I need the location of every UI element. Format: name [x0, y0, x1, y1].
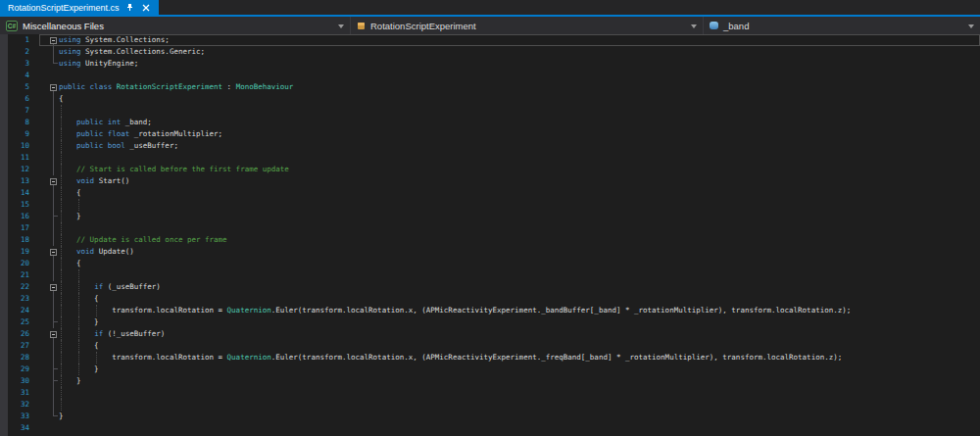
code-editor[interactable]: 1using System.Collections;2using System.… — [0, 34, 980, 436]
code-line[interactable]: 8 public int _band; — [0, 117, 980, 128]
code-line[interactable]: 4 — [0, 70, 980, 81]
project-dropdown[interactable]: C# Miscellaneous Files — [0, 17, 351, 34]
code-line[interactable]: 11 — [0, 152, 980, 164]
fold-toggle-icon[interactable] — [50, 37, 57, 44]
indent-guide — [96, 352, 97, 363]
indent-guide — [78, 340, 79, 352]
outlining-margin[interactable] — [37, 328, 59, 340]
code-line[interactable]: 6{ — [0, 93, 980, 105]
code-line[interactable]: 18 // Update is called once per frame — [0, 234, 980, 246]
code-line-text[interactable]: } — [59, 411, 980, 422]
indent-guide — [78, 316, 79, 328]
code-line[interactable]: 33} — [0, 411, 980, 422]
code-line-text[interactable]: if (_useBuffer) — [59, 281, 980, 293]
code-line-text[interactable]: void Update() — [59, 246, 980, 258]
outlining-margin[interactable] — [37, 34, 59, 46]
code-line-text[interactable]: // Start is called before the first fram… — [59, 164, 980, 175]
code-line[interactable]: 5public class RotationScriptExperiment :… — [0, 81, 980, 93]
line-number: 21 — [0, 269, 37, 281]
code-line[interactable]: 28 transform.localRotation = Quaternion.… — [0, 352, 980, 363]
code-line[interactable]: 12 // Start is called before the first f… — [0, 164, 980, 175]
indent-guide — [61, 117, 62, 128]
code-line[interactable]: 22 if (_useBuffer) — [0, 281, 980, 293]
code-line[interactable]: 26 if (!_useBuffer) — [0, 328, 980, 340]
code-line[interactable]: 13 void Start() — [0, 175, 980, 187]
code-line[interactable]: 34 — [0, 422, 980, 434]
code-line-text[interactable]: { — [59, 340, 980, 352]
code-line-text[interactable]: public class RotationScriptExperiment : … — [59, 81, 980, 93]
indent-guide — [61, 328, 62, 340]
code-line-text[interactable]: void Start() — [59, 175, 980, 187]
code-line-text[interactable] — [59, 399, 980, 411]
code-line[interactable]: 20 { — [0, 258, 980, 269]
code-line[interactable]: 25 } — [0, 316, 980, 328]
code-line-text[interactable] — [59, 152, 980, 164]
code-line[interactable]: 24 transform.localRotation = Quaternion.… — [0, 305, 980, 316]
code-line-text[interactable] — [59, 222, 980, 234]
code-line-text[interactable] — [59, 269, 980, 281]
code-line-text[interactable]: transform.localRotation = Quaternion.Eul… — [59, 352, 980, 363]
code-line-text[interactable]: { — [59, 93, 980, 105]
code-line-text[interactable]: } — [59, 211, 980, 222]
outlining-margin[interactable] — [37, 281, 59, 293]
code-line[interactable]: 9 public float _rotationMultiplier; — [0, 128, 980, 140]
code-line[interactable]: 2using System.Collections.Generic; — [0, 46, 980, 58]
code-line[interactable]: 1using System.Collections; — [0, 34, 980, 46]
outlining-margin[interactable] — [37, 175, 59, 187]
code-line[interactable]: 23 { — [0, 293, 980, 305]
code-line[interactable]: 19 void Update() — [0, 246, 980, 258]
code-line-text[interactable] — [59, 199, 980, 211]
code-line[interactable]: 21 — [0, 269, 980, 281]
code-line[interactable]: 16 } — [0, 211, 980, 222]
code-line-text[interactable]: transform.localRotation = Quaternion.Eul… — [59, 305, 980, 316]
code-line-text[interactable] — [59, 422, 980, 434]
code-line-text[interactable]: // Update is called once per frame — [59, 234, 980, 246]
fold-toggle-icon[interactable] — [50, 249, 57, 256]
code-line[interactable]: 32 — [0, 399, 980, 411]
code-line-text[interactable]: } — [59, 375, 980, 387]
code-line-text[interactable]: { — [59, 187, 980, 199]
line-number: 15 — [0, 199, 37, 211]
code-line-text[interactable] — [59, 70, 980, 81]
code-line-text[interactable]: public int _band; — [59, 117, 980, 128]
code-line[interactable]: 30 } — [0, 375, 980, 387]
line-number: 22 — [0, 281, 37, 293]
code-line[interactable]: 7 — [0, 105, 980, 117]
code-line-text[interactable]: using System.Collections.Generic; — [59, 46, 980, 58]
type-dropdown[interactable]: RotationScriptExperiment — [351, 17, 704, 34]
code-line-text[interactable]: { — [59, 258, 980, 269]
code-line[interactable]: 27 { — [0, 340, 980, 352]
indent-guide — [61, 187, 62, 199]
fold-toggle-icon[interactable] — [50, 178, 57, 185]
code-line[interactable]: 29 } — [0, 363, 980, 375]
code-line-text[interactable]: public bool _useBuffer; — [59, 140, 980, 152]
code-line-text[interactable]: using UnityEngine; — [59, 58, 980, 70]
member-dropdown[interactable]: _band — [704, 17, 980, 34]
outlining-margin — [37, 152, 59, 164]
code-line-text[interactable]: if (!_useBuffer) — [59, 328, 980, 340]
code-line[interactable]: 17 — [0, 222, 980, 234]
close-icon[interactable] — [141, 3, 151, 13]
code-line[interactable]: 14 { — [0, 187, 980, 199]
outlining-margin — [37, 352, 59, 363]
code-line-text[interactable]: } — [59, 316, 980, 328]
pin-icon[interactable] — [125, 3, 135, 13]
code-line[interactable]: 31 — [0, 387, 980, 399]
code-line[interactable]: 3using UnityEngine; — [0, 58, 980, 70]
fold-toggle-icon[interactable] — [50, 84, 57, 91]
code-line[interactable]: 15 — [0, 199, 980, 211]
code-line[interactable]: 10 public bool _useBuffer; — [0, 140, 980, 152]
fold-toggle-icon[interactable] — [50, 284, 57, 291]
tab-strip: RotationScriptExperiment.cs — [0, 0, 980, 17]
code-line-text[interactable] — [59, 387, 980, 399]
code-line-text[interactable]: public float _rotationMultiplier; — [59, 128, 980, 140]
fold-toggle-icon[interactable] — [50, 331, 57, 338]
outlining-margin[interactable] — [37, 81, 59, 93]
outlining-margin — [37, 58, 59, 70]
outlining-margin[interactable] — [37, 246, 59, 258]
tab-rotationscriptexperiment[interactable]: RotationScriptExperiment.cs — [0, 0, 159, 15]
code-line-text[interactable]: } — [59, 363, 980, 375]
code-line-text[interactable] — [59, 105, 980, 117]
code-line-text[interactable]: using System.Collections; — [59, 34, 980, 46]
code-line-text[interactable]: { — [59, 293, 980, 305]
